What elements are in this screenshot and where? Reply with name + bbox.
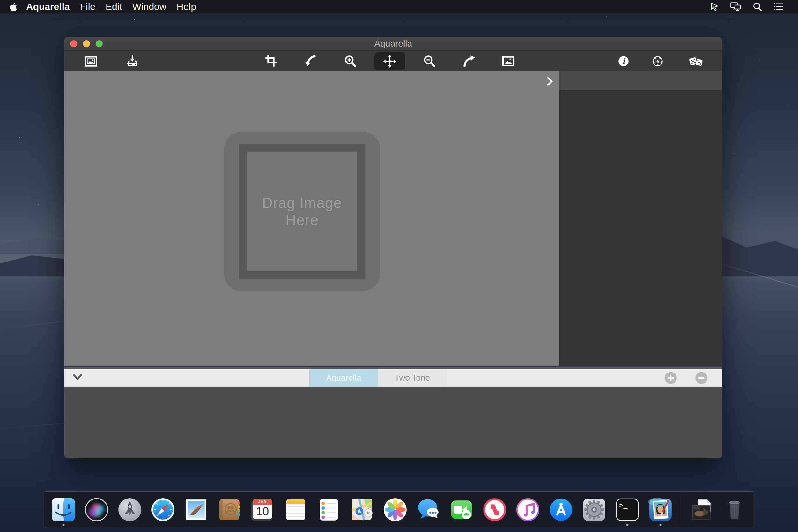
terminal-icon: >_	[615, 497, 640, 522]
menu-status-area	[709, 2, 783, 12]
apple-menu[interactable]	[10, 2, 17, 12]
safari-icon	[151, 497, 175, 522]
notes-header	[286, 499, 305, 504]
redo-tool-button[interactable]	[454, 52, 484, 70]
system-preferences-icon	[582, 497, 607, 522]
aquarella-window: Aquarella	[64, 37, 722, 458]
calendar-page: JAN 10	[253, 499, 272, 519]
import-image-button[interactable]	[117, 52, 148, 70]
tab-label: Aquarella	[326, 373, 361, 383]
finder-icon	[51, 497, 76, 522]
drop-zone-frame: Drag Image Here	[239, 144, 365, 279]
zoom-in-tool-button[interactable]	[335, 52, 365, 70]
app-store-icon	[549, 497, 573, 522]
siri-icon	[84, 497, 109, 522]
dock-icon-facetime[interactable]	[447, 492, 476, 527]
info-button[interactable]: i	[608, 52, 639, 70]
tab-two-tone[interactable]: Two Tone	[378, 369, 446, 386]
tab-aquarella[interactable]: Aquarella	[309, 369, 378, 386]
frame-image-button[interactable]	[493, 52, 524, 70]
menu-item-help[interactable]: Help	[176, 1, 196, 12]
dock-icon-system-preferences[interactable]	[580, 492, 609, 527]
frame-image-icon	[501, 54, 516, 69]
maps-icon: 3D	[349, 497, 375, 522]
facetime-icon	[449, 497, 474, 522]
dock-icon-launchpad[interactable]	[115, 492, 144, 527]
dock-icon-aquarella[interactable]	[646, 492, 675, 527]
dock-icon-siri[interactable]	[82, 492, 111, 527]
zoom-out-tool-button[interactable]	[414, 52, 444, 70]
tab-label: Two Tone	[395, 373, 430, 383]
running-indicator	[660, 524, 662, 526]
spotlight-icon[interactable]	[753, 2, 762, 12]
chevron-right-icon	[546, 77, 553, 86]
image-canvas[interactable]: Drag Image Here	[64, 72, 559, 366]
pointer-tool-icon[interactable]	[709, 2, 720, 12]
dock-icon-finder[interactable]	[49, 492, 78, 527]
filters-shutter-icon	[650, 54, 665, 69]
dock-icon-safari[interactable]	[149, 492, 177, 527]
contacts-icon	[217, 497, 242, 522]
dock-icon-notes[interactable]	[281, 492, 310, 527]
drop-placeholder-text: Drag Image Here	[249, 194, 355, 229]
menu-item-window[interactable]: Window	[132, 1, 167, 12]
dock-icon-messages[interactable]	[414, 492, 443, 527]
sidebar-header	[559, 72, 722, 90]
calendar-icon: JAN 10	[252, 499, 273, 520]
dock-icon-app-store[interactable]	[547, 492, 575, 527]
menu-item-edit[interactable]: Edit	[106, 1, 122, 12]
dock-icon-downloads[interactable]	[687, 492, 716, 527]
crop-tool-button[interactable]	[256, 52, 286, 70]
photos-icon	[383, 497, 407, 522]
svg-text:3D: 3D	[366, 511, 370, 515]
calendar-day: 10	[253, 505, 272, 519]
dock-icon-contacts[interactable]	[215, 492, 244, 527]
open-image-icon	[83, 54, 98, 69]
apple-logo-icon	[10, 2, 17, 12]
rotate-tool-button[interactable]	[295, 52, 326, 70]
title-bar[interactable]: Aquarella	[64, 37, 722, 51]
divider	[64, 367, 722, 369]
chevron-down-icon	[72, 374, 82, 381]
messages-icon	[416, 497, 441, 522]
remove-filter-button[interactable]	[695, 372, 707, 384]
downloads-stack-icon	[689, 497, 714, 522]
sidebar-collapse-button[interactable]	[545, 76, 555, 87]
dock-icon-maps[interactable]: 3D	[348, 492, 376, 527]
dock-icon-calendar[interactable]: JAN 10	[248, 492, 277, 527]
move-tool-button[interactable]	[375, 52, 405, 70]
dock-icon-reminders[interactable]	[315, 492, 343, 527]
list-icon[interactable]	[773, 3, 783, 11]
displays-icon[interactable]	[730, 2, 742, 11]
add-filter-button[interactable]	[665, 372, 677, 384]
drop-zone[interactable]: Drag Image Here	[224, 132, 380, 291]
filters-button[interactable]	[642, 52, 673, 70]
dock-icon-trash[interactable]	[720, 492, 749, 527]
zoom-in-icon	[343, 54, 358, 69]
toolbar: i	[64, 51, 722, 72]
dock-icon-terminal[interactable]: >_	[613, 492, 642, 527]
launchpad-icon	[117, 497, 142, 522]
info-icon: i	[616, 54, 631, 69]
dock-separator	[681, 497, 681, 523]
menu-app-name[interactable]: Aquarella	[26, 1, 70, 12]
calendar-month: JAN	[253, 499, 272, 505]
crop-icon	[264, 54, 279, 69]
reminders-icon	[317, 497, 341, 522]
desktop: Aquarella File Edit Window Help Aquarell…	[0, 0, 798, 532]
dock-icon-mail[interactable]	[182, 492, 210, 527]
dock-icon-news[interactable]	[480, 492, 509, 527]
dock-icon-itunes[interactable]	[513, 492, 542, 527]
move-icon	[382, 54, 397, 69]
dock-icon-photos[interactable]	[381, 492, 410, 527]
dice-icon	[688, 54, 704, 69]
trash-icon	[722, 497, 747, 522]
settings-sidebar	[559, 72, 722, 366]
menu-item-file[interactable]: File	[80, 1, 95, 12]
filter-bar: Aquarella Two Tone	[64, 369, 722, 386]
randomize-button[interactable]	[681, 52, 711, 70]
open-image-button[interactable]	[76, 52, 106, 70]
news-icon	[482, 497, 507, 522]
filter-bar-collapse-button[interactable]	[72, 374, 82, 382]
itunes-icon	[515, 497, 540, 522]
